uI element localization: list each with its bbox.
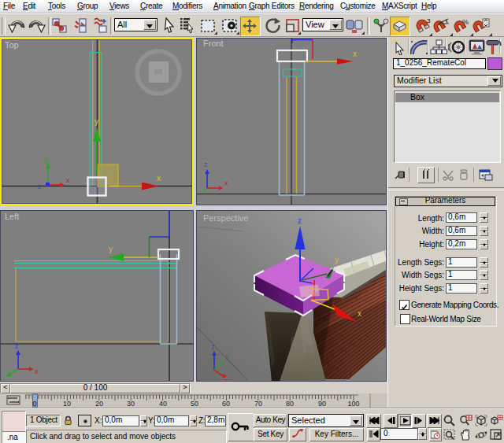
- svg-text:70: 70: [254, 400, 262, 408]
- svg-text:40: 40: [159, 400, 167, 408]
- svg-text:y: y: [2, 377, 6, 381]
- svg-text:z: z: [298, 216, 302, 225]
- svg-text:30: 30: [127, 400, 135, 408]
- svg-text:x: x: [224, 377, 228, 381]
- svg-text:y: y: [94, 117, 98, 126]
- svg-text:x: x: [157, 174, 161, 183]
- svg-text:z: z: [204, 161, 208, 168]
- svg-text:50: 50: [191, 400, 198, 408]
- svg-text:100: 100: [347, 400, 359, 408]
- svg-text:x: x: [66, 176, 70, 184]
- svg-text:80: 80: [286, 400, 294, 408]
- svg-text:90: 90: [318, 400, 326, 408]
- svg-text:0: 0: [32, 400, 36, 408]
- svg-text:z: z: [211, 343, 215, 351]
- svg-text:z: z: [38, 183, 42, 190]
- svg-text:Left: Left: [5, 212, 19, 221]
- svg-text:Perspective: Perspective: [203, 213, 248, 223]
- svg-text:x: x: [353, 50, 357, 58]
- svg-text:3: 3: [427, 17, 431, 24]
- svg-text:60: 60: [222, 400, 230, 408]
- svg-text:Top: Top: [5, 40, 19, 50]
- svg-text:10: 10: [63, 400, 71, 408]
- svg-text:y: y: [225, 353, 229, 360]
- svg-text:Front: Front: [203, 39, 224, 48]
- svg-text:20: 20: [95, 400, 103, 408]
- svg-text:%: %: [462, 18, 469, 26]
- svg-text:y: y: [44, 155, 48, 163]
- svg-text:x: x: [35, 367, 39, 375]
- svg-text:x: x: [224, 179, 228, 187]
- svg-text:z: z: [15, 342, 19, 350]
- svg-text:y: y: [109, 245, 113, 253]
- svg-text:x: x: [358, 309, 361, 318]
- svg-text:y: y: [335, 256, 339, 264]
